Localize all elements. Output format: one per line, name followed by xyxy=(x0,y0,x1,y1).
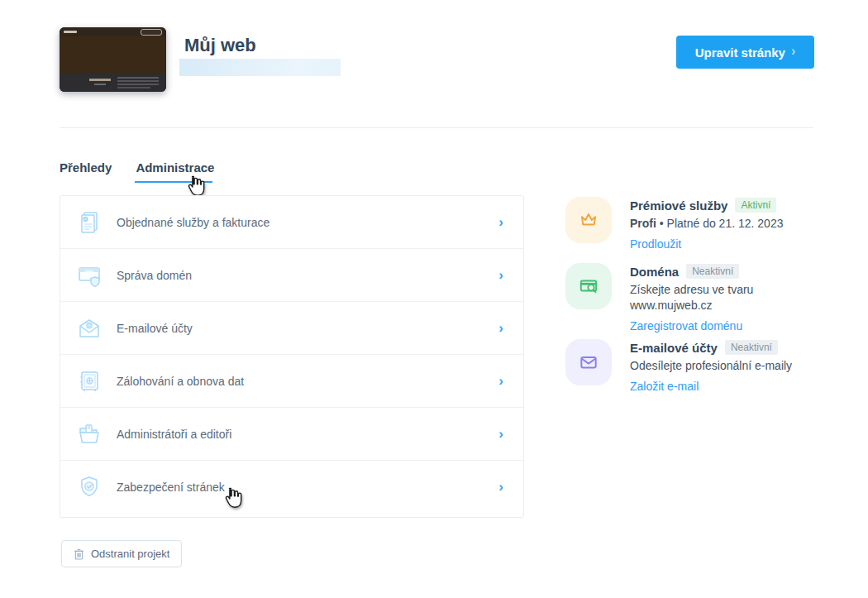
domain-shield-icon: www xyxy=(75,261,103,289)
domain-search-icon xyxy=(565,263,612,309)
thumbnail-logo xyxy=(64,31,77,33)
menu-item-email-accounts[interactable]: @ E-mailové účty › xyxy=(60,302,523,355)
active-tab-underline xyxy=(135,181,212,183)
svg-text:$: $ xyxy=(84,217,87,222)
service-title: Prémiové služby xyxy=(630,199,727,213)
page-title: Můj web xyxy=(184,35,256,56)
thumbnail-text-section xyxy=(60,74,166,92)
tab-bar: Přehledy Administrace xyxy=(60,160,214,175)
project-dashboard: Můj web Upravit stránky › Přehledy Admin… xyxy=(0,0,868,598)
edit-pages-label: Upravit stránky xyxy=(695,45,785,60)
administration-menu: $ Objednané služby a fakturace › www Spr… xyxy=(60,195,524,518)
service-domain: Doména Neaktivní Získejte adresu ve tvar… xyxy=(565,263,827,333)
menu-item-label: E-mailové účty xyxy=(117,322,193,335)
menu-item-security[interactable]: Zabezpečení stránek › xyxy=(60,461,523,514)
chevron-right-icon: › xyxy=(498,214,503,231)
site-thumbnail[interactable] xyxy=(60,27,166,92)
menu-item-label: Objednané služby a fakturace xyxy=(117,216,269,229)
crown-icon xyxy=(565,197,612,243)
chevron-right-icon: › xyxy=(791,44,795,59)
menu-item-label: Zálohování a obnova dat xyxy=(117,375,244,388)
menu-item-services-billing[interactable]: $ Objednané služby a fakturace › xyxy=(60,196,523,249)
thumbnail-navbar xyxy=(60,27,166,36)
service-email: E-mailové účty Neaktivní Odesílejte prof… xyxy=(565,339,827,394)
edit-pages-button[interactable]: Upravit stránky › xyxy=(676,36,814,69)
chevron-right-icon: › xyxy=(498,479,503,495)
chevron-right-icon: › xyxy=(498,426,503,443)
status-badge-inactive: Neaktivní xyxy=(725,340,778,355)
tab-overview[interactable]: Přehledy xyxy=(60,160,112,175)
menu-item-domains[interactable]: www Správa domén › xyxy=(60,249,523,302)
invoice-icon: $ xyxy=(75,208,103,237)
menu-item-backup[interactable]: Zálohování a obnova dat › xyxy=(60,355,523,408)
register-domain-link[interactable]: Zaregistrovat doménu xyxy=(630,319,742,332)
trash-icon xyxy=(74,548,84,560)
service-description: Odesílejte profesionální e-maily xyxy=(630,358,827,374)
delete-project-button[interactable]: Odstranit projekt xyxy=(61,540,182,567)
safe-icon xyxy=(75,367,103,395)
service-premium: Prémiové služby Aktivní Profi • Platné d… xyxy=(565,197,827,251)
create-email-link[interactable]: Založit e-mail xyxy=(630,380,699,393)
menu-item-label: Administrátoři a editoři xyxy=(117,428,231,441)
svg-text:www: www xyxy=(84,268,94,272)
envelope-icon xyxy=(565,339,612,385)
service-title: E-mailové účty xyxy=(630,341,718,355)
status-badge-inactive: Neaktivní xyxy=(686,264,739,279)
thumbnail-pizza-hero-image xyxy=(60,36,166,74)
status-badge-active: Aktivní xyxy=(735,198,776,213)
service-title: Doména xyxy=(630,265,679,279)
menu-item-administrators[interactable]: Administrátoři a editoři › xyxy=(60,408,523,461)
extend-premium-link[interactable]: Prodloužit xyxy=(630,237,681,251)
menu-item-label: Zabezpečení stránek xyxy=(117,481,225,494)
url-loading-skeleton xyxy=(179,59,341,76)
envelope-at-icon: @ xyxy=(75,314,103,342)
svg-text:@: @ xyxy=(87,323,91,328)
service-description: Získejte adresu ve tvaru www.mujweb.cz xyxy=(630,282,827,313)
chevron-right-icon: › xyxy=(498,373,503,390)
shield-check-icon xyxy=(75,473,103,501)
chevron-right-icon: › xyxy=(498,320,503,337)
chevron-right-icon: › xyxy=(498,267,503,284)
tab-administration[interactable]: Administrace xyxy=(136,160,214,175)
folder-users-icon xyxy=(75,420,103,448)
delete-project-label: Odstranit projekt xyxy=(91,548,169,560)
service-description: Profi • Platné do 21. 12. 2023 xyxy=(630,216,827,232)
header-divider xyxy=(60,127,813,128)
thumbnail-button xyxy=(141,29,162,36)
menu-item-label: Správa domén xyxy=(117,269,192,282)
